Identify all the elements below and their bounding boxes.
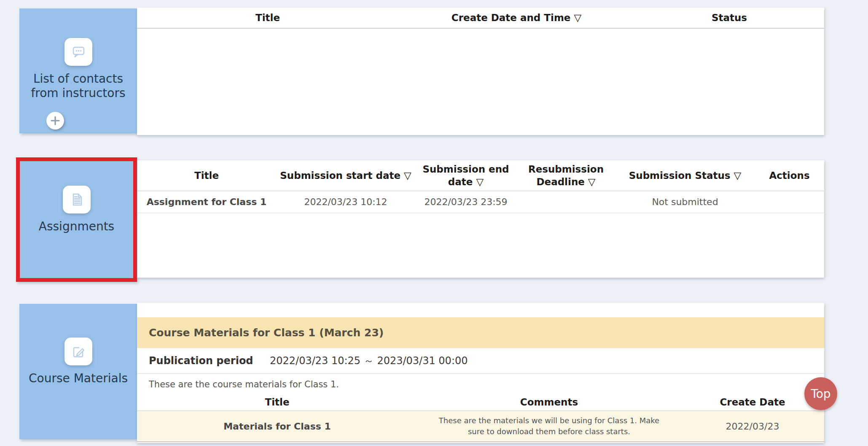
contacts-tab-label: List of contacts from instructors	[25, 72, 132, 100]
contacts-table-header-row: Title Create Date and Time ▽ Status	[137, 8, 824, 29]
contacts-panel: Title Create Date and Time ▽ Status	[137, 8, 824, 135]
materials-create-date-cell: 2022/03/23	[681, 421, 824, 432]
contacts-table-empty-body	[137, 29, 824, 134]
materials-header-title: Title	[137, 396, 417, 408]
assignments-panel: Title Submission start date ▽ Submission…	[137, 160, 824, 278]
course-materials-title-bar: Course Materials for Class 1 (March 23)	[137, 317, 824, 348]
materials-header-create-date: Create Date	[681, 396, 824, 408]
assignment-title-link[interactable]: Assignment for Class 1	[137, 197, 276, 207]
materials-table-row: Materials for Class 1 These are the mate…	[137, 411, 824, 442]
materials-table-header-row: Title Comments Create Date	[137, 394, 824, 411]
contacts-header-status: Status	[634, 11, 824, 24]
publication-period-label: Publication period	[137, 355, 270, 367]
materials-header-comments: Comments	[417, 396, 681, 408]
contacts-tab-button[interactable]: List of contacts from instructors	[19, 8, 137, 133]
plus-icon	[46, 112, 64, 130]
assignments-header-end-sort[interactable]: Submission end date ▽	[415, 163, 516, 188]
assignment-start-cell: 2022/03/23 10:12	[276, 197, 415, 207]
assignment-end-cell: 2022/03/23 23:59	[415, 197, 516, 207]
materials-title-link[interactable]: Materials for Class 1	[137, 421, 417, 432]
chat-bubble-icon	[64, 38, 92, 66]
publication-period-value: 2022/03/23 10:25 ～ 2023/03/31 00:00	[270, 354, 468, 368]
materials-comments-cell: These are the materials we will be using…	[417, 412, 681, 441]
assignments-table-header-row: Title Submission start date ▽ Submission…	[137, 160, 824, 191]
assignment-status-cell: Not submitted	[615, 197, 755, 207]
course-materials-panel: Course Materials for Class 1 (March 23) …	[137, 303, 824, 443]
course-materials-tab-button[interactable]: Course Materials	[19, 304, 137, 439]
assignments-tab-label: Assignments	[24, 219, 130, 234]
course-materials-title: Course Materials for Class 1 (March 23)	[149, 327, 384, 339]
assignments-header-resubmission-sort[interactable]: Resubmission Deadline ▽	[516, 163, 615, 188]
contacts-header-create-date-sort[interactable]: Create Date and Time ▽	[398, 11, 634, 24]
scroll-to-top-button[interactable]: Top	[804, 377, 837, 410]
contacts-header-title: Title	[137, 11, 398, 24]
publication-period-row: Publication period 2022/03/23 10:25 ～ 20…	[137, 348, 824, 374]
course-materials-tab-label: Course Materials	[25, 371, 132, 386]
assignments-header-start-sort[interactable]: Submission start date ▽	[276, 169, 415, 182]
course-materials-description: These are the course materials for Class…	[137, 374, 824, 394]
assignment-table-row: Assignment for Class 1 2022/03/23 10:12 …	[137, 191, 824, 213]
edit-pencil-icon	[64, 338, 92, 365]
assignments-header-status-sort[interactable]: Submission Status ▽	[615, 169, 755, 182]
add-contact-button[interactable]	[46, 112, 64, 130]
assignments-tab-button[interactable]: Assignments	[16, 157, 137, 282]
assignments-header-title: Title	[137, 169, 276, 182]
document-icon	[63, 186, 91, 214]
assignments-header-actions: Actions	[755, 169, 824, 182]
